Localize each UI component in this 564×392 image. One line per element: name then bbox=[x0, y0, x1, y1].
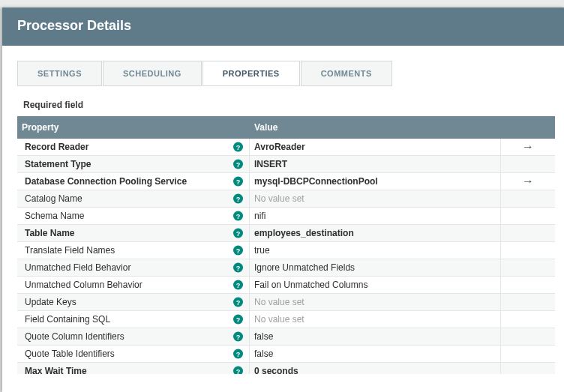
property-name: Field Containing SQL? bbox=[17, 311, 250, 328]
backdrop bbox=[0, 0, 564, 7]
help-icon[interactable]: ? bbox=[233, 229, 243, 238]
dialog-title: Processor Details bbox=[2, 7, 564, 46]
property-action: → bbox=[501, 173, 555, 190]
required-field-label: Required field bbox=[23, 100, 555, 110]
table-row: Quote Column Identifiers?false bbox=[17, 328, 555, 346]
table-row: Field Containing SQL?No value set bbox=[17, 311, 555, 328]
property-value[interactable]: No value set bbox=[250, 294, 501, 310]
table-row: Schema Name?nifi bbox=[17, 208, 555, 225]
property-value[interactable]: mysql-DBCPConnectionPool bbox=[250, 173, 501, 190]
property-name: Unmatched Field Behavior? bbox=[17, 259, 250, 276]
property-name: Update Keys? bbox=[17, 294, 250, 310]
property-value[interactable]: 0 seconds bbox=[250, 363, 501, 374]
properties-table: Property Value Record Reader?AvroReader→… bbox=[17, 116, 555, 374]
property-action bbox=[501, 259, 555, 276]
property-name: Unmatched Column Behavior? bbox=[17, 277, 250, 293]
table-row: Translate Field Names?true bbox=[17, 242, 555, 259]
help-icon[interactable]: ? bbox=[233, 246, 243, 256]
property-action bbox=[501, 277, 555, 293]
help-icon[interactable]: ? bbox=[233, 211, 243, 221]
help-icon[interactable]: ? bbox=[233, 315, 243, 325]
help-icon[interactable]: ? bbox=[233, 177, 243, 187]
property-action bbox=[501, 156, 555, 172]
help-icon[interactable]: ? bbox=[233, 160, 243, 169]
property-name: Database Connection Pooling Service? bbox=[17, 173, 250, 190]
table-row: Catalog Name?No value set bbox=[17, 190, 555, 208]
goto-icon[interactable]: → bbox=[522, 175, 534, 188]
property-name: Schema Name? bbox=[17, 208, 250, 224]
tab-bar: SETTINGS SCHEDULING PROPERTIES COMMENTS bbox=[17, 61, 555, 86]
help-icon[interactable]: ? bbox=[233, 367, 243, 375]
property-value[interactable]: Fail on Unmatched Columns bbox=[250, 277, 501, 293]
help-icon[interactable]: ? bbox=[233, 332, 243, 342]
property-value[interactable]: No value set bbox=[250, 190, 501, 207]
help-icon[interactable]: ? bbox=[233, 194, 243, 204]
property-name: Translate Field Names? bbox=[17, 242, 250, 259]
property-name: Max Wait Time? bbox=[17, 363, 250, 374]
property-action bbox=[501, 363, 555, 374]
col-header-property: Property bbox=[17, 116, 250, 139]
property-value[interactable]: employees_destination bbox=[250, 225, 501, 241]
table-row: Unmatched Field Behavior?Ignore Unmatche… bbox=[17, 259, 555, 277]
tab-comments[interactable]: COMMENTS bbox=[301, 61, 392, 86]
property-action bbox=[501, 242, 555, 259]
col-header-value: Value bbox=[250, 116, 555, 139]
dialog-content: SETTINGS SCHEDULING PROPERTIES COMMENTS … bbox=[2, 46, 564, 374]
property-name: Quote Column Identifiers? bbox=[17, 328, 250, 345]
help-icon[interactable]: ? bbox=[233, 349, 243, 359]
property-action bbox=[501, 311, 555, 328]
property-action bbox=[501, 294, 555, 310]
help-icon[interactable]: ? bbox=[233, 298, 243, 307]
table-header: Property Value bbox=[17, 116, 555, 139]
property-action bbox=[501, 208, 555, 224]
table-row: Unmatched Column Behavior?Fail on Unmatc… bbox=[17, 277, 555, 294]
property-name: Record Reader? bbox=[17, 139, 250, 155]
table-body[interactable]: Record Reader?AvroReader→Statement Type?… bbox=[17, 139, 555, 374]
property-action bbox=[501, 225, 555, 241]
table-row: Quote Table Identifiers?false bbox=[17, 346, 555, 363]
property-action bbox=[501, 328, 555, 345]
property-value[interactable]: nifi bbox=[250, 208, 501, 224]
property-action bbox=[501, 346, 555, 362]
table-row: Max Wait Time?0 seconds bbox=[17, 363, 555, 374]
table-row: Database Connection Pooling Service?mysq… bbox=[17, 173, 555, 190]
tab-scheduling[interactable]: SCHEDULING bbox=[103, 61, 202, 86]
help-icon[interactable]: ? bbox=[233, 280, 243, 290]
goto-icon[interactable]: → bbox=[522, 140, 534, 154]
help-icon[interactable]: ? bbox=[233, 142, 243, 152]
property-action bbox=[501, 190, 555, 207]
property-value[interactable]: false bbox=[250, 346, 501, 362]
processor-details-dialog: Processor Details SETTINGS SCHEDULING PR… bbox=[2, 7, 564, 392]
property-value[interactable]: INSERT bbox=[250, 156, 501, 172]
table-row: Record Reader?AvroReader→ bbox=[17, 139, 555, 156]
property-action: → bbox=[501, 139, 555, 155]
tab-properties[interactable]: PROPERTIES bbox=[202, 61, 300, 86]
property-name: Statement Type? bbox=[17, 156, 250, 172]
property-value[interactable]: Ignore Unmatched Fields bbox=[250, 259, 501, 276]
property-value[interactable]: AvroReader bbox=[250, 139, 501, 155]
table-row: Update Keys?No value set bbox=[17, 294, 555, 311]
property-value[interactable]: false bbox=[250, 328, 501, 345]
table-row: Statement Type?INSERT bbox=[17, 156, 555, 173]
property-name: Table Name? bbox=[17, 225, 250, 241]
tab-settings[interactable]: SETTINGS bbox=[17, 61, 102, 86]
property-name: Quote Table Identifiers? bbox=[17, 346, 250, 362]
property-value[interactable]: true bbox=[250, 242, 501, 259]
table-row: Table Name?employees_destination bbox=[17, 225, 555, 242]
property-name: Catalog Name? bbox=[17, 190, 250, 207]
property-value[interactable]: No value set bbox=[250, 311, 501, 328]
help-icon[interactable]: ? bbox=[233, 263, 243, 273]
